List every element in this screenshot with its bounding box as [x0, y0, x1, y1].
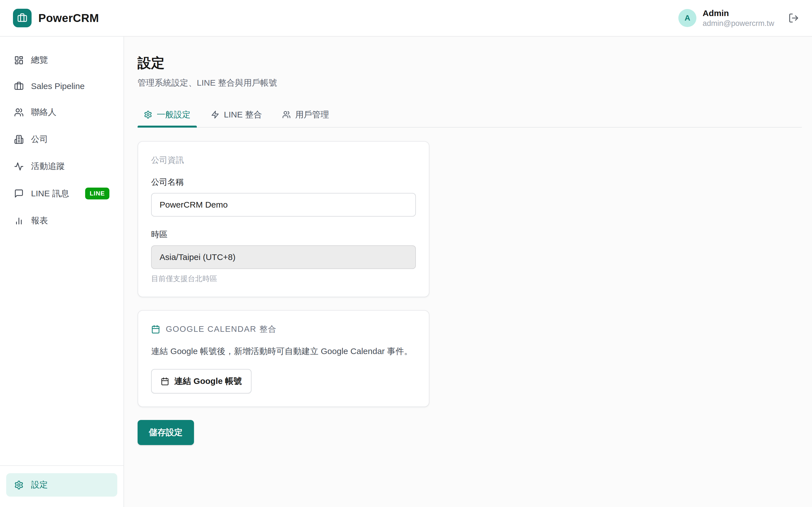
tab-label: 一般設定 [157, 109, 191, 121]
app-logo [13, 9, 32, 27]
sidebar-item-overview[interactable]: 總覽 [6, 48, 117, 72]
sidebar-item-label: 公司 [31, 133, 48, 145]
user-email: admin@powercrm.tw [703, 19, 774, 28]
company-name-label: 公司名稱 [151, 177, 416, 188]
user-info: Admin admin@powercrm.tw [703, 8, 774, 28]
sidebar-item-label: 聯絡人 [31, 107, 56, 118]
avatar: A [678, 9, 696, 27]
tab-label: 用戶管理 [295, 109, 329, 121]
activity-icon [14, 162, 24, 171]
brand-name: PowerCRM [38, 12, 99, 24]
message-square-icon [14, 189, 24, 198]
sidebar-item-label: 活動追蹤 [31, 161, 65, 172]
company-info-section-title: 公司資訊 [151, 155, 416, 166]
connect-google-account-label: 連結 Google 帳號 [174, 376, 242, 387]
logout-button[interactable] [788, 13, 799, 23]
sidebar-divider [0, 465, 123, 466]
gear-icon [144, 110, 152, 119]
tab-user-management[interactable]: 用戶管理 [276, 102, 335, 127]
users-icon [282, 110, 291, 119]
google-calendar-card: GOOGLE CALENDAR 整合 連結 Google 帳號後，新增活動時可自… [138, 310, 429, 407]
google-calendar-card-title: GOOGLE CALENDAR 整合 [166, 324, 277, 335]
timezone-helper-text: 目前僅支援台北時區 [151, 274, 416, 284]
sidebar-item-reports[interactable]: 報表 [6, 209, 117, 232]
sidebar-nav: 總覽 Sales Pipeline 聯絡人 公司 活動追蹤 [6, 48, 117, 465]
connect-google-account-button[interactable]: 連結 Google 帳號 [151, 369, 252, 393]
tab-general-settings[interactable]: 一般設定 [138, 102, 197, 127]
dashboard-icon [14, 55, 24, 65]
bar-chart-icon [14, 216, 24, 226]
page-subtitle: 管理系統設定、LINE 整合與用戶帳號 [138, 77, 802, 89]
google-calendar-card-header: GOOGLE CALENDAR 整合 [151, 324, 416, 335]
sidebar-item-label: 報表 [31, 215, 48, 226]
sidebar-item-settings[interactable]: 設定 [6, 473, 117, 497]
zap-icon [211, 110, 219, 119]
calendar-icon [151, 325, 160, 334]
save-settings-button[interactable]: 儲存設定 [138, 420, 194, 445]
page-title: 設定 [138, 54, 802, 72]
sidebar: 總覽 Sales Pipeline 聯絡人 公司 活動追蹤 [0, 37, 124, 507]
calendar-icon [161, 377, 169, 386]
user-name: Admin [703, 8, 774, 18]
sidebar-item-companies[interactable]: 公司 [6, 128, 117, 151]
sidebar-item-activities[interactable]: 活動追蹤 [6, 155, 117, 178]
company-info-card: 公司資訊 公司名稱 時區 目前僅支援台北時區 [138, 141, 429, 297]
building-icon [14, 135, 24, 144]
google-calendar-description: 連結 Google 帳號後，新增活動時可自動建立 Google Calendar… [151, 346, 416, 357]
tab-label: LINE 整合 [224, 109, 262, 121]
timezone-label: 時區 [151, 229, 416, 240]
top-header: PowerCRM A Admin admin@powercrm.tw [0, 0, 812, 37]
sidebar-item-label: LINE 訊息 [31, 188, 69, 200]
sidebar-item-contacts[interactable]: 聯絡人 [6, 101, 117, 124]
briefcase-icon [14, 81, 24, 91]
sidebar-item-line-messages[interactable]: LINE 訊息 LINE [6, 182, 117, 205]
user-area: A Admin admin@powercrm.tw [678, 8, 799, 28]
line-badge: LINE [85, 187, 109, 200]
sidebar-item-sales-pipeline[interactable]: Sales Pipeline [6, 75, 117, 97]
brand: PowerCRM [13, 9, 99, 27]
briefcase-icon [17, 13, 28, 23]
tab-line-integration[interactable]: LINE 整合 [205, 102, 268, 127]
sidebar-item-label: Sales Pipeline [31, 81, 85, 91]
sidebar-item-label: 總覽 [31, 54, 48, 66]
gear-icon [14, 480, 24, 490]
timezone-input [151, 245, 416, 269]
logout-icon [788, 13, 799, 23]
settings-tabs: 一般設定 LINE 整合 用戶管理 [138, 102, 802, 128]
users-icon [14, 108, 24, 117]
main-content: 設定 管理系統設定、LINE 整合與用戶帳號 一般設定 LINE 整合 用戶管理… [124, 37, 812, 507]
timezone-field-group: 時區 目前僅支援台北時區 [151, 229, 416, 284]
company-name-input[interactable] [151, 193, 416, 217]
sidebar-item-label: 設定 [31, 479, 48, 491]
